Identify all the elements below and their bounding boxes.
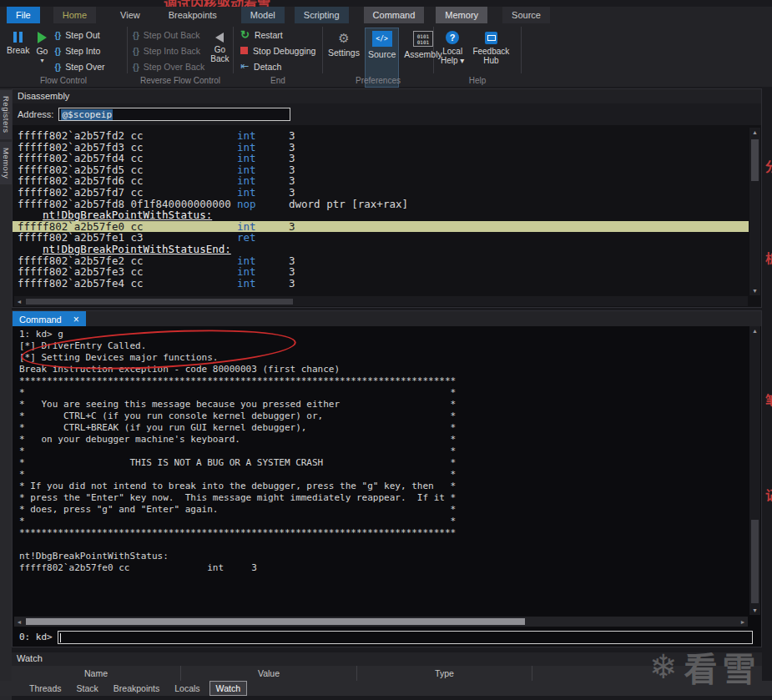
command-output-line: * press the "Enter" key now. This messag… xyxy=(19,492,749,504)
step-out-button[interactable]: {} Step Out xyxy=(54,28,104,43)
disassembly-line[interactable]: fffff802`a2b57fe3 ccint3 xyxy=(13,266,749,278)
command-output: 1: kd> g[*] DriverEntry Called.[*] Setti… xyxy=(13,326,749,613)
scroll-up-icon[interactable]: ▲ xyxy=(749,129,760,135)
disassembly-symbol-label[interactable]: nt!DbgBreakPointWithStatusEnd: xyxy=(13,244,749,255)
group-help: ? Local Help ▾ Feedback Hub Help xyxy=(434,23,521,87)
command-vertical-scrollbar[interactable]: ▲ ▼ xyxy=(749,326,760,615)
command-output-line: * does, press "g" and "Enter" again. * xyxy=(19,504,749,516)
group-label-flow-control: Flow Control xyxy=(0,76,127,85)
step-out-label: Step Out xyxy=(65,30,99,40)
tab-breakpoints[interactable]: Breakpoints xyxy=(159,7,226,23)
windbg-window: 调试内核驱动看雪 File Home View Breakpoints Mode… xyxy=(0,0,772,700)
tab-source[interactable]: Source xyxy=(502,7,550,23)
side-tab-memory[interactable]: Memory xyxy=(0,142,12,184)
command-tab-label: Command xyxy=(19,315,62,325)
step-out-back-button[interactable]: {} Step Out Back xyxy=(133,28,204,43)
address-input[interactable]: @$scopeip xyxy=(58,108,290,121)
tab-command[interactable]: Command xyxy=(364,7,425,23)
tab-view[interactable]: View xyxy=(111,7,149,23)
disassembly-title: Disassembly xyxy=(13,89,761,103)
tab-home[interactable]: Home xyxy=(53,7,96,23)
disassembly-line[interactable]: fffff802`a2b57fd8 0f1f840000000000nopdwo… xyxy=(13,199,749,210)
scrollbar-thumb[interactable] xyxy=(751,520,759,603)
step-over-button[interactable]: {} Step Over xyxy=(54,59,104,74)
side-tab-registers[interactable]: Registers xyxy=(0,90,12,139)
detach-button[interactable]: ⇤ Detach xyxy=(240,60,322,73)
scroll-up-icon[interactable]: ▲ xyxy=(749,328,760,334)
question-icon: ? xyxy=(446,31,459,44)
watch-column-name[interactable]: Name xyxy=(12,666,181,681)
feedback-icon xyxy=(485,32,497,44)
disassembly-line[interactable]: fffff802`a2b57fe2 ccint3 xyxy=(13,255,749,267)
step-into-label: Step Into xyxy=(65,46,100,56)
group-reverse-flow-control: {} Step Out Back {} Step Into Back {} St… xyxy=(128,23,233,87)
group-flow-control: Break Go ▾ {} Step Out {} Step Into {} S… xyxy=(0,23,127,87)
command-output-line: * If you did not intend to break into th… xyxy=(19,481,749,492)
binary-icon: 01010101 xyxy=(413,31,433,47)
disassembly-line[interactable]: fffff802`a2b57fd2 ccint3 xyxy=(13,130,749,142)
step-into-button[interactable]: {} Step Into xyxy=(54,43,104,58)
command-horizontal-scrollbar[interactable]: ◄ ► xyxy=(14,617,748,627)
tab-watch[interactable]: Watch xyxy=(209,681,247,696)
restart-label: Restart xyxy=(255,30,283,40)
ribbon: Break Go ▾ {} Step Out {} Step Into {} S… xyxy=(0,23,772,87)
braces-icon: {} xyxy=(133,47,139,56)
disassembly-line[interactable]: fffff802`a2b57fd3 ccint3 xyxy=(13,142,749,154)
command-panel: Command × 1: kd> g[*] DriverEntry Called… xyxy=(12,310,762,647)
disassembly-horizontal-scrollbar[interactable]: ◄ xyxy=(14,296,748,306)
command-output-line: fffff802`a2b57fe0 cc int 3 xyxy=(19,562,749,574)
disassembly-panel: Disassembly Address: @$scopeip fffff802`… xyxy=(12,88,762,308)
scrollbar-thumb[interactable] xyxy=(751,139,759,181)
scroll-down-icon[interactable]: ▼ xyxy=(749,288,760,294)
braces-icon: {} xyxy=(133,63,139,72)
command-output-line: nt!DbgBreakPointWithStatus: xyxy=(19,551,749,562)
restart-button[interactable]: ↻ Restart xyxy=(240,28,322,41)
watch-column-value[interactable]: Value xyxy=(181,666,357,681)
command-output-line: [*] Setting Devices major functions. xyxy=(19,352,749,364)
command-input[interactable] xyxy=(58,631,753,644)
scrollbar-thumb[interactable] xyxy=(26,299,293,305)
disassembly-line[interactable]: fffff802`a2b57fd5 ccint3 xyxy=(13,164,749,176)
tab-memory[interactable]: Memory xyxy=(436,7,487,23)
tab-scripting[interactable]: Scripting xyxy=(295,7,349,23)
command-output-line: * * xyxy=(19,446,749,457)
stop-debugging-button[interactable]: Stop Debugging xyxy=(240,44,322,57)
scroll-right-icon[interactable]: ► xyxy=(738,619,748,625)
disassembly-line[interactable]: fffff802`a2b57fd4 ccint3 xyxy=(13,153,749,164)
disassembly-line[interactable]: fffff802`a2b57fe1 c3ret xyxy=(13,232,749,244)
watch-column-type[interactable]: Type xyxy=(357,666,532,681)
tab-file[interactable]: File xyxy=(7,7,40,23)
tab-model[interactable]: Model xyxy=(241,7,285,23)
address-value: @$scopeip xyxy=(61,109,113,120)
disassembly-line[interactable]: fffff802`a2b57fd6 ccint3 xyxy=(13,175,749,187)
play-back-icon xyxy=(215,33,224,43)
tab-breakpoints-bottom[interactable]: Breakpoints xyxy=(108,682,165,695)
disassembly-line[interactable]: fffff802`a2b57fe4 ccint3 xyxy=(13,278,749,290)
disassembly-symbol-label[interactable]: nt!DbgBreakPointWithStatus: xyxy=(13,209,749,221)
watch-panel: Watch Name Value Type xyxy=(12,652,762,681)
disassembly-vertical-scrollbar[interactable]: ▲ ▼ xyxy=(749,128,760,295)
scroll-left-icon[interactable]: ◄ xyxy=(14,619,24,625)
stop-icon xyxy=(240,47,248,54)
step-into-back-button[interactable]: {} Step Into Back xyxy=(133,43,204,58)
scroll-down-icon[interactable]: ▼ xyxy=(749,607,760,613)
go-label: Go xyxy=(36,46,48,56)
tab-stack[interactable]: Stack xyxy=(71,682,104,695)
tab-locals[interactable]: Locals xyxy=(169,682,205,695)
settings-label: Settings xyxy=(328,48,360,58)
address-row: Address: @$scopeip xyxy=(13,103,761,125)
close-icon[interactable]: × xyxy=(73,315,79,325)
feedback-hub-label: Feedback Hub xyxy=(472,47,509,65)
watch-column-empty xyxy=(532,666,762,681)
braces-icon: {} xyxy=(54,31,61,40)
chevron-down-icon[interactable]: ▾ xyxy=(40,58,43,63)
command-panel-tab[interactable]: Command × xyxy=(13,311,86,326)
group-label-reverse: Reverse Flow Control xyxy=(128,76,233,85)
group-label-end: End xyxy=(234,76,322,85)
step-over-back-button[interactable]: {} Step Over Back xyxy=(133,59,204,74)
tab-threads[interactable]: Threads xyxy=(23,682,68,695)
disassembly-line[interactable]: fffff802`a2b57fd7 ccint3 xyxy=(13,187,749,199)
scroll-left-icon[interactable]: ◄ xyxy=(14,299,24,305)
disassembly-current-line[interactable]: fffff802`a2b57fe0 ccint3 xyxy=(13,221,749,233)
scrollbar-thumb[interactable] xyxy=(26,618,525,625)
